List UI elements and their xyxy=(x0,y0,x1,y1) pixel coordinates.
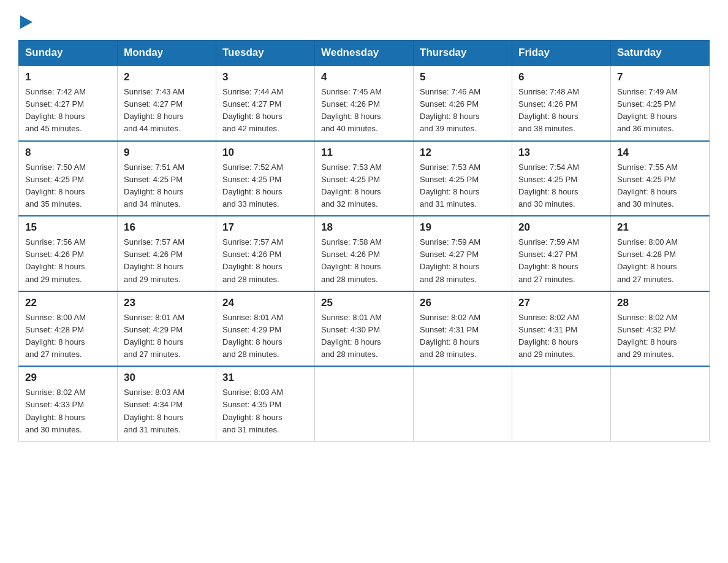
day-info: Sunrise: 7:44 AMSunset: 4:27 PMDaylight:… xyxy=(222,86,308,136)
day-number: 31 xyxy=(222,372,308,384)
day-number: 12 xyxy=(420,147,506,159)
calendar-table: SundayMondayTuesdayWednesdayThursdayFrid… xyxy=(18,40,710,442)
day-number: 15 xyxy=(25,221,111,234)
day-number: 26 xyxy=(420,297,506,309)
day-info: Sunrise: 8:00 AMSunset: 4:28 PMDaylight:… xyxy=(617,236,703,286)
calendar-cell: 11Sunrise: 7:53 AMSunset: 4:25 PMDayligh… xyxy=(315,141,414,216)
calendar-cell: 9Sunrise: 7:51 AMSunset: 4:25 PMDaylight… xyxy=(118,141,216,216)
calendar-cell: 19Sunrise: 7:59 AMSunset: 4:27 PMDayligh… xyxy=(414,216,512,291)
day-number: 24 xyxy=(222,297,308,309)
day-number: 20 xyxy=(518,221,604,234)
day-number: 10 xyxy=(222,147,308,159)
day-info: Sunrise: 8:00 AMSunset: 4:28 PMDaylight:… xyxy=(25,312,111,361)
calendar-cell: 10Sunrise: 7:52 AMSunset: 4:25 PMDayligh… xyxy=(216,141,315,216)
calendar-cell: 6Sunrise: 7:48 AMSunset: 4:26 PMDaylight… xyxy=(512,66,611,141)
day-number: 27 xyxy=(518,297,604,309)
calendar-cell: 25Sunrise: 8:01 AMSunset: 4:30 PMDayligh… xyxy=(315,291,414,367)
calendar-cell: 22Sunrise: 8:00 AMSunset: 4:28 PMDayligh… xyxy=(19,291,118,367)
day-info: Sunrise: 8:01 AMSunset: 4:29 PMDaylight:… xyxy=(222,312,308,361)
calendar-cell: 1Sunrise: 7:42 AMSunset: 4:27 PMDaylight… xyxy=(19,66,118,141)
day-info: Sunrise: 8:03 AMSunset: 4:34 PMDaylight:… xyxy=(124,386,210,436)
calendar-header-wednesday: Wednesday xyxy=(315,40,414,66)
calendar-cell: 2Sunrise: 7:43 AMSunset: 4:27 PMDaylight… xyxy=(118,66,216,141)
calendar-header-thursday: Thursday xyxy=(414,40,512,66)
day-info: Sunrise: 7:42 AMSunset: 4:27 PMDaylight:… xyxy=(25,86,111,136)
day-number: 17 xyxy=(222,221,308,234)
day-number: 1 xyxy=(25,71,111,83)
day-number: 2 xyxy=(124,71,210,83)
calendar-cell: 28Sunrise: 8:02 AMSunset: 4:32 PMDayligh… xyxy=(611,291,710,367)
day-info: Sunrise: 7:48 AMSunset: 4:26 PMDaylight:… xyxy=(518,86,604,136)
day-info: Sunrise: 7:46 AMSunset: 4:26 PMDaylight:… xyxy=(420,86,506,136)
calendar-cell: 29Sunrise: 8:02 AMSunset: 4:33 PMDayligh… xyxy=(19,366,118,441)
day-number: 16 xyxy=(124,221,210,234)
calendar-cell: 14Sunrise: 7:55 AMSunset: 4:25 PMDayligh… xyxy=(611,141,710,216)
calendar-cell: 17Sunrise: 7:57 AMSunset: 4:26 PMDayligh… xyxy=(216,216,315,291)
calendar-cell: 15Sunrise: 7:56 AMSunset: 4:26 PMDayligh… xyxy=(19,216,118,291)
day-number: 21 xyxy=(617,221,703,234)
day-info: Sunrise: 7:53 AMSunset: 4:25 PMDaylight:… xyxy=(321,161,407,211)
day-info: Sunrise: 7:57 AMSunset: 4:26 PMDaylight:… xyxy=(222,236,308,286)
day-number: 7 xyxy=(617,71,703,83)
day-info: Sunrise: 8:01 AMSunset: 4:29 PMDaylight:… xyxy=(124,312,210,361)
day-info: Sunrise: 8:03 AMSunset: 4:35 PMDaylight:… xyxy=(222,386,308,436)
calendar-header-saturday: Saturday xyxy=(611,40,710,66)
calendar-cell: 21Sunrise: 8:00 AMSunset: 4:28 PMDayligh… xyxy=(611,216,710,291)
day-info: Sunrise: 8:02 AMSunset: 4:31 PMDaylight:… xyxy=(518,312,604,361)
day-info: Sunrise: 7:59 AMSunset: 4:27 PMDaylight:… xyxy=(420,236,506,286)
calendar-header-monday: Monday xyxy=(118,40,216,66)
day-info: Sunrise: 8:02 AMSunset: 4:33 PMDaylight:… xyxy=(25,386,111,436)
day-number: 14 xyxy=(617,147,703,159)
calendar-header-friday: Friday xyxy=(512,40,611,66)
day-info: Sunrise: 7:59 AMSunset: 4:27 PMDaylight:… xyxy=(518,236,604,286)
day-number: 29 xyxy=(25,372,111,384)
calendar-cell: 20Sunrise: 7:59 AMSunset: 4:27 PMDayligh… xyxy=(512,216,611,291)
calendar-cell: 13Sunrise: 7:54 AMSunset: 4:25 PMDayligh… xyxy=(512,141,611,216)
day-number: 8 xyxy=(25,147,111,159)
day-info: Sunrise: 8:02 AMSunset: 4:31 PMDaylight:… xyxy=(420,312,506,361)
calendar-cell: 4Sunrise: 7:45 AMSunset: 4:26 PMDaylight… xyxy=(315,66,414,141)
day-info: Sunrise: 7:55 AMSunset: 4:25 PMDaylight:… xyxy=(617,161,703,211)
day-info: Sunrise: 7:45 AMSunset: 4:26 PMDaylight:… xyxy=(321,86,407,136)
day-number: 22 xyxy=(25,297,111,309)
calendar-cell: 24Sunrise: 8:01 AMSunset: 4:29 PMDayligh… xyxy=(216,291,315,367)
calendar-cell xyxy=(611,366,710,441)
calendar-cell: 23Sunrise: 8:01 AMSunset: 4:29 PMDayligh… xyxy=(118,291,216,367)
day-info: Sunrise: 7:43 AMSunset: 4:27 PMDaylight:… xyxy=(124,86,210,136)
day-number: 13 xyxy=(518,147,604,159)
calendar-cell: 26Sunrise: 8:02 AMSunset: 4:31 PMDayligh… xyxy=(414,291,512,367)
logo-arrow-icon xyxy=(20,15,32,29)
calendar-cell: 8Sunrise: 7:50 AMSunset: 4:25 PMDaylight… xyxy=(19,141,118,216)
calendar-header-tuesday: Tuesday xyxy=(216,40,315,66)
day-info: Sunrise: 7:52 AMSunset: 4:25 PMDaylight:… xyxy=(222,161,308,211)
day-number: 19 xyxy=(420,221,506,234)
calendar-cell: 3Sunrise: 7:44 AMSunset: 4:27 PMDaylight… xyxy=(216,66,315,141)
day-info: Sunrise: 8:01 AMSunset: 4:30 PMDaylight:… xyxy=(321,312,407,361)
calendar-cell: 31Sunrise: 8:03 AMSunset: 4:35 PMDayligh… xyxy=(216,366,315,441)
day-info: Sunrise: 7:49 AMSunset: 4:25 PMDaylight:… xyxy=(617,86,703,136)
day-info: Sunrise: 7:58 AMSunset: 4:26 PMDaylight:… xyxy=(321,236,407,286)
calendar-cell: 12Sunrise: 7:53 AMSunset: 4:25 PMDayligh… xyxy=(414,141,512,216)
day-number: 5 xyxy=(420,71,506,83)
day-number: 11 xyxy=(321,147,407,159)
calendar-cell: 5Sunrise: 7:46 AMSunset: 4:26 PMDaylight… xyxy=(414,66,512,141)
calendar-cell: 7Sunrise: 7:49 AMSunset: 4:25 PMDaylight… xyxy=(611,66,710,141)
day-info: Sunrise: 7:54 AMSunset: 4:25 PMDaylight:… xyxy=(518,161,604,211)
calendar-cell: 27Sunrise: 8:02 AMSunset: 4:31 PMDayligh… xyxy=(512,291,611,367)
calendar-cell xyxy=(512,366,611,441)
calendar-week-row: 8Sunrise: 7:50 AMSunset: 4:25 PMDaylight… xyxy=(19,141,710,216)
calendar-cell: 30Sunrise: 8:03 AMSunset: 4:34 PMDayligh… xyxy=(118,366,216,441)
day-number: 25 xyxy=(321,297,407,309)
day-info: Sunrise: 7:51 AMSunset: 4:25 PMDaylight:… xyxy=(124,161,210,211)
day-number: 30 xyxy=(124,372,210,384)
day-info: Sunrise: 8:02 AMSunset: 4:32 PMDaylight:… xyxy=(617,312,703,361)
day-number: 18 xyxy=(321,221,407,234)
day-info: Sunrise: 7:53 AMSunset: 4:25 PMDaylight:… xyxy=(420,161,506,211)
day-number: 28 xyxy=(617,297,703,309)
day-info: Sunrise: 7:50 AMSunset: 4:25 PMDaylight:… xyxy=(25,161,111,211)
calendar-week-row: 22Sunrise: 8:00 AMSunset: 4:28 PMDayligh… xyxy=(19,291,710,367)
calendar-cell xyxy=(315,366,414,441)
day-number: 4 xyxy=(321,71,407,83)
logo xyxy=(18,12,32,28)
page-header xyxy=(18,12,710,28)
